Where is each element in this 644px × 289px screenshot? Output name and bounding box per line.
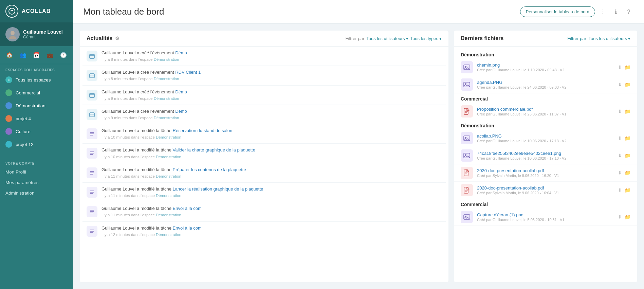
fichier-section-title: Démonstration xyxy=(454,49,637,59)
activity-text: Guillaume Louvel a modifié la tâche Rése… xyxy=(102,128,442,140)
calendar-activity-icon xyxy=(87,90,97,101)
fichier-info: 2020-doc-presentation-acollab.pdfCréé pa… xyxy=(477,168,614,178)
folder-icon[interactable]: 📁 xyxy=(625,65,630,70)
activity-space-link[interactable]: Démonstration xyxy=(154,116,179,120)
projet12-label: projet 12 xyxy=(16,142,34,147)
activity-subject-link[interactable]: Envoi à la com xyxy=(173,225,202,231)
info-icon[interactable]: ℹ xyxy=(611,7,621,17)
calendar-icon[interactable]: 📅 xyxy=(31,50,42,60)
activity-space-link[interactable]: Démonstration xyxy=(154,57,179,61)
folder-icon[interactable]: 📁 xyxy=(625,170,630,176)
pdf-file-icon xyxy=(461,167,473,179)
download-icon[interactable]: ⬇ xyxy=(618,82,622,87)
download-icon[interactable]: ⬇ xyxy=(618,65,622,70)
activity-item: Guillaume Louvel a créé l'évènement Démo… xyxy=(82,105,446,124)
activity-space-link[interactable]: Démonstration xyxy=(156,233,181,237)
fichier-name[interactable]: Capture d'écran (1).png xyxy=(477,212,614,217)
activity-space-link[interactable]: Démonstration xyxy=(154,96,179,101)
activity-space-link[interactable]: Démonstration xyxy=(156,155,181,159)
activity-subject-link[interactable]: RDV Client 1 xyxy=(175,70,201,75)
actualites-filters: Filtrer par Tous les utilisateurs ▾ Tous… xyxy=(346,36,442,41)
fichiers-filter-users-dropdown[interactable]: Filtrer par Tous les utilisateurs ▾ xyxy=(567,36,630,41)
user-name: Guillaume Louvel xyxy=(23,29,63,35)
fichier-name[interactable]: 74ca18f6e255f3402ee9eae5402ceee1.png xyxy=(477,151,614,156)
svg-rect-7 xyxy=(90,74,94,78)
download-icon[interactable]: ⬇ xyxy=(618,153,622,158)
activity-text: Guillaume Louvel a créé l'évènement RDV … xyxy=(102,69,442,82)
sidebar-item-projet12[interactable]: projet 12 xyxy=(0,138,73,151)
activity-subject-link[interactable]: Envoi à la com xyxy=(173,206,202,211)
sidebar-item-demonstration[interactable]: Démonstration xyxy=(0,99,73,112)
activity-subject-link[interactable]: Réservation du stand du salon xyxy=(173,128,233,133)
activity-subject-link[interactable]: Démo xyxy=(175,109,187,114)
folder-icon[interactable]: 📁 xyxy=(625,187,630,193)
image-file-icon xyxy=(461,211,473,223)
fichier-name[interactable]: acollab.PNG xyxy=(477,133,614,139)
sidebar-item-mes-parametres[interactable]: Mes paramètres xyxy=(0,177,73,188)
more-options-icon[interactable]: ⋮ xyxy=(598,7,608,17)
image-file-icon xyxy=(461,149,473,162)
fichier-section-title: Commercial xyxy=(454,93,637,103)
users-icon[interactable]: 👥 xyxy=(18,50,29,60)
fichier-name[interactable]: agenda.PNG xyxy=(477,80,614,85)
sidebar-item-culture[interactable]: Culture xyxy=(0,125,73,138)
sidebar-item-projet4[interactable]: projet 4 xyxy=(0,112,73,125)
folder-icon[interactable]: 📁 xyxy=(625,153,630,158)
fichier-name[interactable]: 2020-doc-presentation-acollab.pdf xyxy=(477,168,614,173)
folder-icon[interactable]: 📁 xyxy=(625,109,630,114)
fichier-name[interactable]: Proposition commerciale.pdf xyxy=(477,107,614,112)
espaces-section-title: ESPACES COLLABORATIFS xyxy=(0,64,73,73)
filter-users-dropdown[interactable]: Tous les utilisateurs ▾ xyxy=(366,36,408,41)
sidebar-item-administration[interactable]: Administration xyxy=(0,188,73,198)
demonstration-label: Démonstration xyxy=(16,103,45,108)
sidebar-item-mon-profil[interactable]: Mon Profil xyxy=(0,167,73,177)
activity-time: Il y a 9 minutes dans l'espace Démonstra… xyxy=(102,96,442,101)
activity-user: Guillaume Louvel xyxy=(102,206,135,211)
activity-space-link[interactable]: Démonstration xyxy=(156,194,181,198)
activity-time: Il y a 11 minutes dans l'espace Démonstr… xyxy=(102,212,442,218)
chevron-down-icon: ▾ xyxy=(406,36,408,41)
help-icon[interactable]: ? xyxy=(624,7,634,17)
folder-icon[interactable]: 📁 xyxy=(625,136,630,141)
download-icon[interactable]: ⬇ xyxy=(618,170,622,176)
activity-subject-link[interactable]: Lancer la réalisation graphique de la pl… xyxy=(173,186,263,192)
briefcase-icon[interactable]: 💼 xyxy=(44,50,55,60)
logo-text: ACOLLAB xyxy=(22,8,51,14)
fichier-section-title: Démonstration xyxy=(454,120,637,130)
filter-types-dropdown[interactable]: Tous les types ▾ xyxy=(410,36,442,41)
fichier-section-title: Commercial xyxy=(454,199,637,209)
download-icon[interactable]: ⬇ xyxy=(618,109,622,114)
activity-space-link[interactable]: Démonstration xyxy=(156,174,181,178)
activity-subject-link[interactable]: Démo xyxy=(175,89,187,94)
download-icon[interactable]: ⬇ xyxy=(618,136,622,141)
download-icon[interactable]: ⬇ xyxy=(618,187,622,193)
activity-subject-link[interactable]: Démo xyxy=(175,50,187,55)
activity-action: a modifié la tâche xyxy=(135,186,172,192)
fichier-item: 2020-doc-presentation-acollab.pdfCréé pa… xyxy=(454,182,637,199)
activity-time: Il y a 11 minutes dans l'espace Démonstr… xyxy=(102,174,442,179)
fichier-info: chemin.pngCréé par Guillaume Louvel, le … xyxy=(477,62,614,72)
activity-time: Il y a 8 minutes dans l'espace Démonstra… xyxy=(102,76,442,82)
activity-space-link[interactable]: Démonstration xyxy=(156,135,181,139)
sidebar-item-tous-espaces[interactable]: ≡ Tous les espaces xyxy=(0,73,73,86)
activity-space-link[interactable]: Démonstration xyxy=(156,213,181,217)
activity-space-link[interactable]: Démonstration xyxy=(154,77,179,81)
fichier-item: chemin.pngCréé par Guillaume Louvel, le … xyxy=(454,59,637,76)
activity-item: Guillaume Louvel a modifié la tâche Envo… xyxy=(82,222,446,241)
actualites-settings-icon[interactable]: ⚙ xyxy=(115,36,119,41)
fichier-name[interactable]: 2020-doc-presentation-acollab.pdf xyxy=(477,185,614,191)
activity-subject-link[interactable]: Valider la charte graphique de la plaque… xyxy=(173,147,255,152)
fichiers-title: Derniers fichiers xyxy=(461,35,503,41)
fichiers-panel: Derniers fichiers Filtrer par Tous les u… xyxy=(454,31,637,282)
customize-dashboard-button[interactable]: Personnaliser le tableau de bord xyxy=(520,6,595,17)
folder-icon[interactable]: 📁 xyxy=(625,214,630,220)
home-icon[interactable]: 🏠 xyxy=(4,50,15,60)
clock-icon[interactable]: 🕐 xyxy=(58,50,69,60)
sidebar-item-commercial[interactable]: Commercial xyxy=(0,86,73,99)
commercial-dot xyxy=(5,89,12,96)
activity-subject-link[interactable]: Préparer les contenus de la plaquette xyxy=(173,167,246,172)
fichier-name[interactable]: chemin.png xyxy=(477,62,614,68)
fichier-item: Proposition commerciale.pdfCréé par Guil… xyxy=(454,103,637,120)
folder-icon[interactable]: 📁 xyxy=(625,82,630,87)
download-icon[interactable]: ⬇ xyxy=(618,214,622,220)
